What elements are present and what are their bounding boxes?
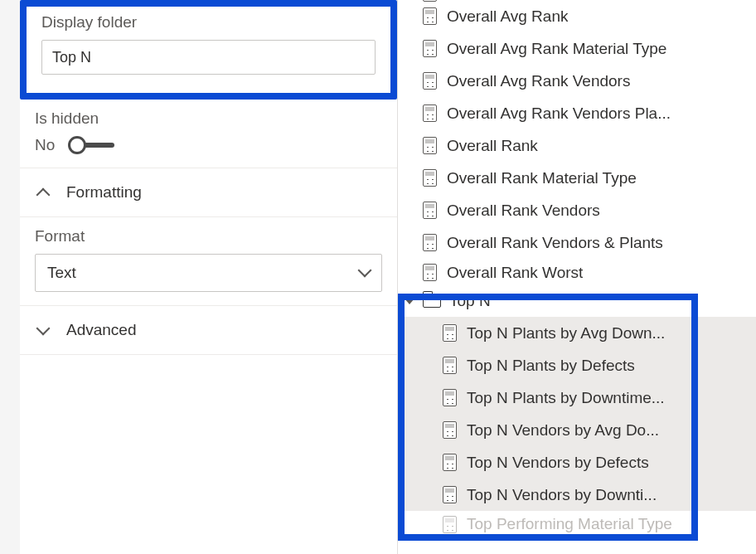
list-item[interactable]: Overall Rank [398,129,756,162]
is-hidden-toggle[interactable] [70,143,114,148]
list-item[interactable]: Top N Vendors by Defects [398,446,756,479]
fields-panel: Downtime Minutes Overall Avg Rank Overal… [398,0,756,554]
measure-icon [423,264,437,281]
measure-icon [443,324,457,342]
list-item[interactable]: Downtime Minutes [398,0,756,9]
list-item[interactable]: Overall Rank Worst [398,259,756,285]
field-name: Top N Plants by Downtime... [467,389,665,407]
chevron-up-icon [36,186,50,199]
display-folder-input[interactable] [41,40,376,75]
list-item[interactable]: Overall Rank Vendors [398,194,756,226]
field-name: Top N Vendors by Avg Do... [467,421,659,440]
measure-icon [423,7,437,25]
list-item[interactable]: Overall Avg Rank Vendors Pla... [398,97,756,129]
toggle-knob-icon [68,136,86,154]
list-item[interactable]: Top N Vendors by Downti... [398,479,756,511]
field-name: Top N Vendors by Defects [467,454,649,472]
measure-icon [423,104,437,122]
field-name: Overall Rank Vendors & Plants [447,234,663,252]
measure-icon [443,421,457,439]
list-item[interactable]: Top N Plants by Defects [398,349,756,381]
measure-icon [423,137,437,154]
display-folder-label: Display folder [41,13,376,32]
is-hidden-label: Is hidden [35,109,382,128]
field-name: Top N Vendors by Downti... [467,486,657,504]
format-label: Format [35,227,382,245]
is-hidden-value: No [35,136,55,154]
folder-name: Top N [449,292,491,310]
list-item[interactable]: Top Performing Material Type [398,511,756,537]
properties-panel: Display folder Is hidden No Formatting F… [20,0,398,554]
field-name: Top N Plants by Avg Down... [467,324,665,343]
list-item[interactable]: Overall Avg Rank Vendors [398,65,756,97]
measure-icon [443,486,457,503]
measure-icon [423,234,437,251]
field-name: Overall Rank Vendors [447,202,600,220]
measure-icon [443,389,457,406]
measure-icon [423,169,437,187]
format-dropdown[interactable]: Text [35,254,382,292]
folder-icon [423,294,441,308]
field-name: Overall Rank Worst [447,264,583,282]
field-name: Overall Rank Material Type [447,169,637,187]
chevron-down-icon [36,323,50,337]
measure-icon [423,202,437,219]
list-item[interactable]: Top N Plants by Downtime... [398,381,756,414]
is-hidden-section: Is hidden No [20,100,397,168]
folder-top-n[interactable]: Top N [398,285,756,317]
field-name: Overall Avg Rank Material Type [447,40,666,58]
measure-icon [443,454,457,471]
advanced-header-text: Advanced [66,321,137,339]
field-name: Overall Avg Rank [447,7,568,26]
field-name: Overall Avg Rank Vendors [447,72,630,90]
measure-icon [423,72,437,90]
field-name: Top N Plants by Defects [467,357,635,375]
field-name: Downtime Minutes [447,0,576,2]
measure-icon [443,516,457,533]
format-value: Text [47,264,76,282]
format-section: Format Text [20,217,397,306]
formatting-header-text: Formatting [66,183,142,202]
list-item[interactable]: Overall Rank Vendors & Plants [398,226,756,259]
display-folder-highlight: Display folder [20,0,397,100]
expand-triangle-icon [405,299,414,304]
measure-icon [423,0,437,2]
formatting-accordion[interactable]: Formatting [20,168,397,217]
chevron-down-icon [358,264,372,278]
field-name: Overall Rank [447,137,538,155]
advanced-accordion[interactable]: Advanced [20,306,397,355]
field-name: Overall Avg Rank Vendors Pla... [447,104,671,123]
list-item[interactable]: Overall Rank Material Type [398,162,756,194]
list-item[interactable]: Overall Avg Rank Material Type [398,32,756,65]
list-item[interactable]: Top N Plants by Avg Down... [398,317,756,349]
measure-icon [423,40,437,57]
field-name: Top Performing Material Type [467,515,672,533]
measure-icon [443,357,457,374]
list-item[interactable]: Top N Vendors by Avg Do... [398,414,756,446]
